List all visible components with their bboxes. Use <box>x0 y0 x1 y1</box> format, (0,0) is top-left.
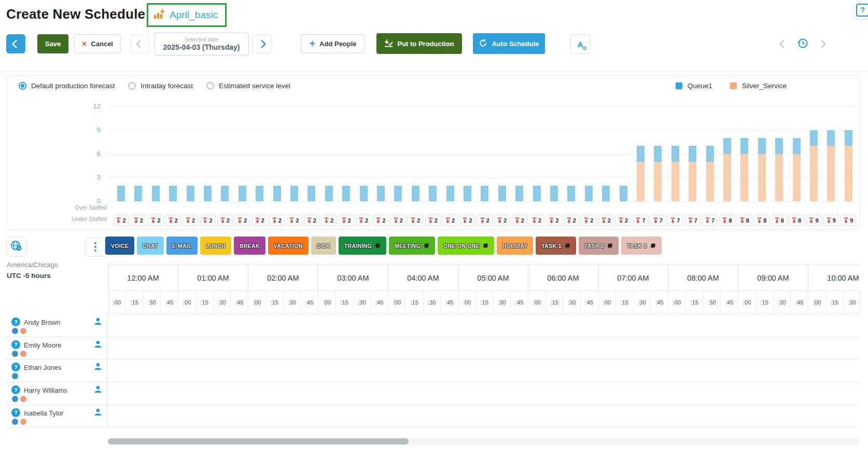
understaffed-chip: 2 <box>217 215 233 226</box>
hour-header-03-00-am: 03:00 AM <box>318 265 388 290</box>
quarter-header: :30 <box>144 291 161 314</box>
understaffed-chip: 2 <box>529 215 544 226</box>
activity-holiday[interactable]: HOLIDAY <box>497 237 533 255</box>
understaffed-chip: 2 <box>477 215 493 226</box>
schedule-name: April_basic <box>170 9 218 21</box>
chevron-left-icon <box>11 39 20 48</box>
chart-bar-silver-service <box>689 162 696 201</box>
activity-task-3[interactable]: TASK 3 <box>621 237 661 255</box>
quarter-header: :45 <box>441 291 458 314</box>
y-axis-label: 6 <box>83 150 101 158</box>
put-to-production-button[interactable]: Put to Production <box>376 33 462 54</box>
person-icon[interactable] <box>94 317 102 327</box>
activity-voice[interactable]: VOICE <box>105 237 134 255</box>
quarter-header: :45 <box>161 291 178 314</box>
quarter-header: :45 <box>581 291 598 314</box>
understaffed-arrow-icon <box>792 217 796 224</box>
employee-row: ?Andy Brown <box>5 314 860 337</box>
understaffed-arrow-icon <box>722 217 727 224</box>
chart-bar-queue1 <box>377 186 385 202</box>
understaffed-value: 2 <box>122 217 125 224</box>
employee-help-icon[interactable]: ? <box>11 363 20 371</box>
production-chart-icon <box>384 39 393 49</box>
activity-break[interactable]: BREAK <box>234 237 265 255</box>
person-icon[interactable] <box>94 340 102 350</box>
chevron-left-icon <box>136 39 145 48</box>
help-panel-tab[interactable]: ? <box>853 1 868 19</box>
employee-cell-harry-williams[interactable]: ?Harry Williams <box>5 382 108 405</box>
quarter-header: :30 <box>424 291 441 314</box>
understaffed-arrow-icon <box>775 217 779 224</box>
history-back-icon[interactable] <box>779 40 788 49</box>
activity-meeting[interactable]: MEETING <box>389 237 435 255</box>
timezone-globe-button[interactable] <box>6 237 26 257</box>
employee-name: Isabella Tylor <box>24 409 63 417</box>
activity-lunch[interactable]: LUNCH <box>200 237 231 255</box>
selected-date-field[interactable]: Selected date 2025-04-03 (Thursday) <box>154 33 249 56</box>
understaffed-arrow-icon <box>289 217 294 224</box>
auto-schedule-button[interactable]: Auto Schedule <box>473 33 545 54</box>
activity-e-mail[interactable]: E-MAIL <box>166 237 198 255</box>
understaffed-arrow-icon <box>515 217 520 224</box>
employee-cell-ethan-jones[interactable]: ?Ethan Jones <box>5 359 108 382</box>
understaffed-value: 8 <box>729 217 732 224</box>
chart-bar-queue1 <box>429 186 437 202</box>
history-forward-icon[interactable] <box>818 40 827 49</box>
queue-dot-orange <box>20 419 26 425</box>
understaffed-value: 2 <box>521 217 524 224</box>
understaffed-arrow-icon <box>636 217 640 224</box>
activities-menu-button[interactable] <box>86 237 105 257</box>
history-clock-icon[interactable] <box>797 37 808 51</box>
chart-bar-queue1 <box>256 186 263 202</box>
chart-bar-queue1 <box>533 186 541 202</box>
chevron-right-icon <box>258 39 267 48</box>
activity-task-2[interactable]: TASK 2 <box>579 237 619 255</box>
employee-cell-isabella-tylor[interactable]: ?Isabella Tylor <box>5 405 108 427</box>
employee-schedule-rows: ?Andy Brown?Emily Moore?Ethan Jones?Harr… <box>5 314 860 427</box>
quarter-header-row: :00:15:30:45:00:15:30:45:00:15:30:45:00:… <box>108 290 860 314</box>
queue-dot-blue <box>12 396 18 402</box>
person-icon[interactable] <box>94 363 102 372</box>
add-people-button[interactable]: + Add People <box>301 34 365 53</box>
understaffed-chip: 2 <box>287 215 302 226</box>
activity-sick[interactable]: SICK <box>311 237 336 255</box>
person-icon[interactable] <box>94 408 102 418</box>
hour-header-06-00-am: 06:00 AM <box>528 265 598 290</box>
hour-header-07-00-am: 07:00 AM <box>598 265 668 290</box>
employee-cell-andy-brown[interactable]: ?Andy Brown <box>5 314 108 337</box>
employee-help-icon[interactable]: ? <box>11 317 20 326</box>
schedule-name-box[interactable]: April_basic <box>147 3 227 27</box>
employee-help-icon[interactable]: ? <box>11 385 20 394</box>
employee-help-icon[interactable]: ? <box>11 340 20 349</box>
activity-label: TRAINING <box>344 243 372 249</box>
understaffed-chip: 2 <box>494 215 510 226</box>
person-icon[interactable] <box>94 385 102 395</box>
schedule-chart-icon <box>153 9 165 21</box>
queue-dot-orange <box>20 351 26 357</box>
chart-bar-queue1 <box>152 186 160 202</box>
understaffed-value: 2 <box>625 217 628 224</box>
put-to-production-label: Put to Production <box>397 40 454 48</box>
understaffed-arrow-icon <box>376 217 381 224</box>
agent-settings-button[interactable]: A ⚙ <box>570 34 590 54</box>
activity-training[interactable]: TRAINING <box>339 237 386 255</box>
employee-help-icon[interactable]: ? <box>11 408 20 417</box>
horizontal-scrollbar-thumb[interactable] <box>108 438 409 445</box>
activity-chat[interactable]: CHAT <box>137 237 164 255</box>
help-icon[interactable]: ? <box>856 4 868 17</box>
employee-cell-emily-moore[interactable]: ?Emily Moore <box>5 337 108 359</box>
activity-task-1[interactable]: TASK 1 <box>536 237 576 255</box>
understaffed-chip: 2 <box>183 215 198 226</box>
next-day-button[interactable] <box>253 34 271 53</box>
cancel-button[interactable]: × Cancel <box>74 34 121 53</box>
understaffed-value: 2 <box>209 217 212 224</box>
previous-day-button[interactable] <box>131 34 149 53</box>
activity-one-on-one[interactable]: ONE ON ONE <box>438 237 494 255</box>
chart-bar-queue1 <box>775 138 783 154</box>
quarter-header: :15 <box>756 291 774 314</box>
auto-schedule-label: Auto Schedule <box>492 40 539 48</box>
save-button[interactable]: Save <box>37 34 68 53</box>
activity-vacation[interactable]: VACATION <box>268 237 309 255</box>
understaffed-arrow-icon <box>169 217 173 224</box>
back-button[interactable] <box>6 34 25 53</box>
